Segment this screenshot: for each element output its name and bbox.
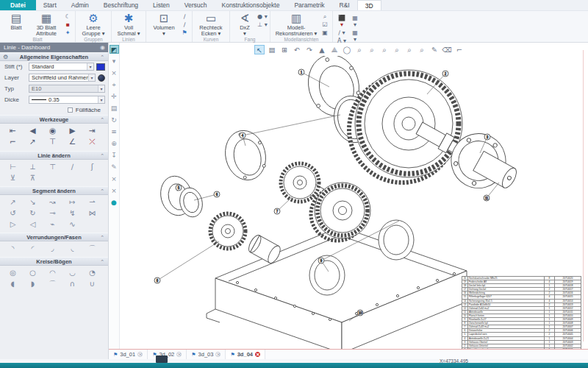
section-header-kreise-boegen[interactable]: Kreise/Bögen ⌃ <box>0 257 108 266</box>
shape-icon[interactable]: ✦ <box>62 29 73 36</box>
image-icon[interactable]: ▣ <box>320 29 330 36</box>
delete-element-icon[interactable]: ⤫ <box>82 136 102 147</box>
sheet-tab[interactable]: ⚑ 3d_01 ✕ <box>109 350 148 359</box>
leere-gruppe-button[interactable]: ⚙ Leere Gruppe ▾ <box>78 12 109 37</box>
seg-merge-icon[interactable]: ⋈ <box>82 208 102 219</box>
dropdown-icon[interactable]: ▾ <box>110 57 119 66</box>
seg-move-icon[interactable]: ↗ <box>3 197 23 208</box>
next-icon[interactable]: ▶ <box>62 125 82 136</box>
checkbox-icon[interactable]: ☑ <box>320 21 330 28</box>
sheet-tab[interactable]: ⚑ 3d_04 ✕ <box>226 350 265 359</box>
snap-intersection-icon[interactable]: ⨯ <box>110 68 119 77</box>
section-header-werkzeuge[interactable]: Werkzeuge ⌃ <box>0 115 108 124</box>
menu-tab[interactable]: Versuch <box>177 0 215 10</box>
dxz-button[interactable]: ∢ DxZ ▾ <box>232 12 257 37</box>
chevron-down-icon[interactable]: ▾ <box>87 63 93 70</box>
volumen-button[interactable]: ⊡ Volumen ▾ <box>148 12 179 37</box>
line-icon[interactable]: ∕ <box>179 13 190 20</box>
attribute-color-icon[interactable]: ▪ <box>62 21 73 28</box>
solid-cube-icon[interactable]: ⬛ ▾ <box>337 15 347 28</box>
arc-3pt-icon[interactable]: ◔ <box>82 267 102 278</box>
pen-color-swatch[interactable] <box>96 63 105 71</box>
copy-icon[interactable]: ⊞ <box>279 45 290 54</box>
arc-bottom-icon[interactable]: ◡ <box>62 267 82 278</box>
fillet-nw-icon[interactable]: ◜ <box>23 243 43 254</box>
chevron-up-icon[interactable]: ⌃ <box>100 187 104 196</box>
seg-break-icon[interactable]: ↯ <box>62 208 82 219</box>
section-header-allgemeine-eigenschaften[interactable]: ⚙ Allgemeine Eigenschaften ⌃ <box>0 52 108 61</box>
seg-right-icon[interactable]: ▷ <box>3 219 23 230</box>
zoom-select-icon[interactable]: ⌕ <box>417 45 427 54</box>
point-dropdown-icon[interactable]: ● ▾ <box>257 13 268 20</box>
3d-blatt-attribute-button[interactable]: ▦ 3D Blatt Attribute <box>30 12 62 37</box>
undo-icon[interactable]: ↶ <box>292 45 302 54</box>
line-free-icon[interactable]: ∕ <box>62 161 82 172</box>
trim-corner-icon[interactable]: ⌐ <box>3 136 23 147</box>
line-spline-icon[interactable]: ʃ <box>82 161 102 172</box>
magnifier-icon[interactable]: ⌕ <box>320 13 330 20</box>
zoom-all-icon[interactable]: ⌕ <box>392 45 402 54</box>
flag-icon[interactable]: ⚑ <box>179 29 190 36</box>
close-icon[interactable]: ✕ <box>176 352 182 357</box>
prev-icon[interactable]: ◀ <box>23 125 43 136</box>
snap-point-icon[interactable]: ● <box>110 198 119 207</box>
seg-rotate-cw-icon[interactable]: ↻ <box>23 208 43 219</box>
chevron-up-icon[interactable]: ⌃ <box>100 116 104 124</box>
seg-zigzag-icon[interactable]: ⌁ <box>43 219 62 230</box>
seg-wave-icon[interactable]: ∿ <box>62 219 82 230</box>
zoom-window-icon[interactable]: ⌕ <box>379 45 390 54</box>
menu-tab[interactable]: Admin <box>64 0 96 10</box>
arc-open-icon[interactable]: ∩ <box>62 278 82 289</box>
line2-icon[interactable]: ∕ <box>179 21 190 28</box>
line-perp-icon[interactable]: ⊢ <box>3 161 23 172</box>
crescent-icon[interactable]: ☾ <box>62 13 73 20</box>
pen-line-icon[interactable]: ∕ ▾ <box>337 29 347 36</box>
menu-tab[interactable]: Beschriftung <box>96 0 146 10</box>
chevron-down-icon[interactable]: ▾ <box>98 85 104 92</box>
rechteck-ecken-button[interactable]: ▭ Rechteck Ecken ▾ <box>195 12 227 37</box>
grid1-icon[interactable]: ▦ ▾ <box>350 15 360 28</box>
fillet-ne-icon[interactable]: ◝ <box>3 243 23 254</box>
fillet-sw-icon[interactable]: ◟ <box>62 243 82 254</box>
section-header-verrundungen[interactable]: Verrundungen/Fasen ⌃ <box>0 233 108 241</box>
seg-curve-icon[interactable]: ↝ <box>43 197 62 208</box>
circle-icon[interactable]: ○ <box>23 267 43 278</box>
go-first-icon[interactable]: ⇤ <box>3 125 23 136</box>
seg-left-icon[interactable]: ◁ <box>23 219 43 230</box>
chevron-down-icon[interactable]: ▾ <box>88 74 95 81</box>
select-mode-icon[interactable]: ◩ <box>110 45 119 54</box>
menu-tab[interactable]: Konstruktionsobjekte <box>215 0 287 10</box>
perpendicular-dropdown-icon[interactable]: ⊥ ▾ <box>257 21 268 28</box>
chevron-up-icon[interactable]: ⌃ <box>100 53 104 62</box>
seg-stretch-icon[interactable]: ↘ <box>23 197 43 208</box>
reference-icon[interactable]: ⊤ <box>43 136 62 147</box>
chevron-up-icon[interactable]: ⌃ <box>100 152 104 160</box>
layers-icon[interactable]: ≡ <box>110 127 119 136</box>
arc-close-icon[interactable]: ∪ <box>82 278 102 289</box>
fillet-se-icon[interactable]: ◞ <box>43 243 62 254</box>
seg-attach-icon[interactable]: ⊸ <box>43 208 62 219</box>
close-icon[interactable]: ✕ <box>255 352 260 357</box>
modell-rekonstruieren-button[interactable]: ▥ Modell- Rekonstruieren ▾ <box>273 12 320 37</box>
draw-icon[interactable]: ✎ <box>429 45 440 54</box>
blatt-button[interactable]: ▤ Blatt <box>2 12 30 37</box>
snap-grid-icon[interactable]: ▤ <box>110 104 119 113</box>
snap-down-icon[interactable]: ↧ <box>110 151 119 160</box>
voll-schmal-button[interactable]: ✱ Voll Schmal ▾ <box>114 12 143 37</box>
seg-map-icon[interactable]: ↦ <box>62 197 82 208</box>
select-icon[interactable]: ↖ <box>254 45 265 54</box>
view-circle-icon[interactable]: ◯ <box>342 45 352 54</box>
erase-icon[interactable]: ⌫ <box>442 45 452 54</box>
snap-cross-icon[interactable]: ✛ <box>110 92 119 101</box>
line-join-icon[interactable]: ⊼ <box>23 172 43 183</box>
save-icon[interactable]: ▤ <box>267 45 277 54</box>
chamfer-icon[interactable]: ⌒ <box>82 243 102 254</box>
close-icon[interactable]: ✕ <box>215 352 220 357</box>
snap-center-icon[interactable]: ⊕ <box>110 139 119 148</box>
snap-x1-icon[interactable]: ⨯ <box>110 174 119 183</box>
corner-icon[interactable]: ⌐ <box>454 45 465 54</box>
chevron-up-icon[interactable]: ⌃ <box>100 258 104 266</box>
dashboard-title-bar[interactable]: Linie - Dashboard ◉ <box>0 43 108 52</box>
menu-tab[interactable]: Listen <box>146 0 177 10</box>
rotate-icon[interactable]: ↻ <box>110 116 119 124</box>
